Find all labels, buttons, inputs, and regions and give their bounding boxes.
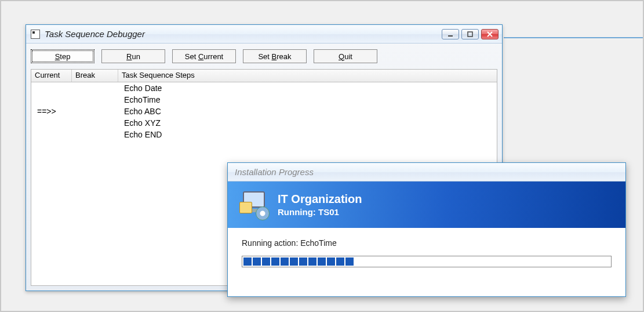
progress-title: Installation Progress <box>235 167 314 177</box>
cell-current <box>35 130 75 142</box>
cell-current <box>35 118 75 130</box>
cell-break <box>75 84 122 95</box>
svg-rect-1 <box>468 32 472 37</box>
action-label: Running action: EchoTime <box>242 238 612 248</box>
run-button-label: Run <box>126 52 140 61</box>
setcurrent-button[interactable]: Set Current <box>172 49 236 63</box>
progress-segment <box>327 257 335 266</box>
progress-segment <box>271 257 279 266</box>
cell-break <box>75 95 122 107</box>
quit-button-label: Quit <box>339 52 352 61</box>
svg-rect-0 <box>448 35 453 37</box>
toolbar: Step Run Set Current Set Break Quit <box>31 47 497 69</box>
run-button[interactable]: Run <box>101 49 165 63</box>
progress-segment <box>318 257 326 266</box>
setbreak-button-label: Set Break <box>258 52 291 61</box>
cell-break <box>75 130 122 142</box>
decorative-line <box>504 37 643 38</box>
progress-segment <box>243 257 252 266</box>
setup-icon <box>239 190 268 219</box>
close-icon <box>487 31 493 37</box>
progress-bar <box>242 256 612 267</box>
step-button-label: Step <box>55 52 71 61</box>
cell-step: Echo XYZ <box>122 118 497 130</box>
cell-step: Echo ABC <box>122 107 497 118</box>
progress-segment <box>299 257 307 266</box>
progress-segment <box>253 257 261 266</box>
table-row[interactable]: Echo XYZ <box>31 118 497 130</box>
setcurrent-button-label: Set Current <box>185 52 223 61</box>
setbreak-button[interactable]: Set Break <box>243 49 307 63</box>
minimize-button[interactable] <box>442 29 459 39</box>
maximize-icon <box>467 31 473 37</box>
debugger-title: Task Sequence Debugger <box>45 29 437 39</box>
progress-segment <box>281 257 289 266</box>
action-prefix: Running action: <box>242 238 298 248</box>
col-break[interactable]: Break <box>72 70 118 82</box>
progress-segment <box>262 257 270 266</box>
running-line: Running: TS01 <box>278 207 362 217</box>
cell-current <box>35 95 75 107</box>
progress-segment <box>308 257 316 266</box>
running-prefix: Running: <box>278 207 316 217</box>
banner-text: IT Organization Running: TS01 <box>278 193 362 217</box>
cell-current <box>35 84 75 95</box>
cell-current: ==>> <box>35 107 75 118</box>
cell-break <box>75 118 122 130</box>
list-headers: Current Break Task Sequence Steps <box>31 70 497 82</box>
cell-step: Echo END <box>122 130 497 142</box>
app-icon <box>31 30 40 39</box>
col-current[interactable]: Current <box>31 70 72 82</box>
progress-body: Running action: EchoTime <box>228 228 625 278</box>
progress-segment <box>336 257 344 266</box>
cell-step: EchoTime <box>122 95 497 107</box>
progress-banner: IT Organization Running: TS01 <box>228 182 625 228</box>
table-row[interactable]: Echo Date <box>31 84 497 95</box>
progress-window: Installation Progress IT Organization Ru… <box>227 162 626 297</box>
table-row[interactable]: EchoTime <box>31 95 497 107</box>
cell-break <box>75 107 122 118</box>
progress-titlebar[interactable]: Installation Progress <box>228 163 625 182</box>
running-name: TS01 <box>318 207 339 217</box>
close-button[interactable] <box>481 29 499 39</box>
cell-step: Echo Date <box>122 84 497 95</box>
progress-segment <box>345 257 354 266</box>
col-steps[interactable]: Task Sequence Steps <box>118 70 497 82</box>
minimize-icon <box>447 31 453 37</box>
action-name: EchoTime <box>300 238 337 248</box>
table-row[interactable]: Echo END <box>31 130 497 142</box>
step-button[interactable]: Step <box>31 49 94 63</box>
table-row[interactable]: ==>>Echo ABC <box>31 107 497 118</box>
progress-segment <box>290 257 298 266</box>
maximize-button[interactable] <box>461 29 479 39</box>
org-name: IT Organization <box>278 193 362 206</box>
window-buttons <box>442 29 499 39</box>
debugger-titlebar[interactable]: Task Sequence Debugger <box>26 25 502 43</box>
quit-button[interactable]: Quit <box>314 49 377 63</box>
